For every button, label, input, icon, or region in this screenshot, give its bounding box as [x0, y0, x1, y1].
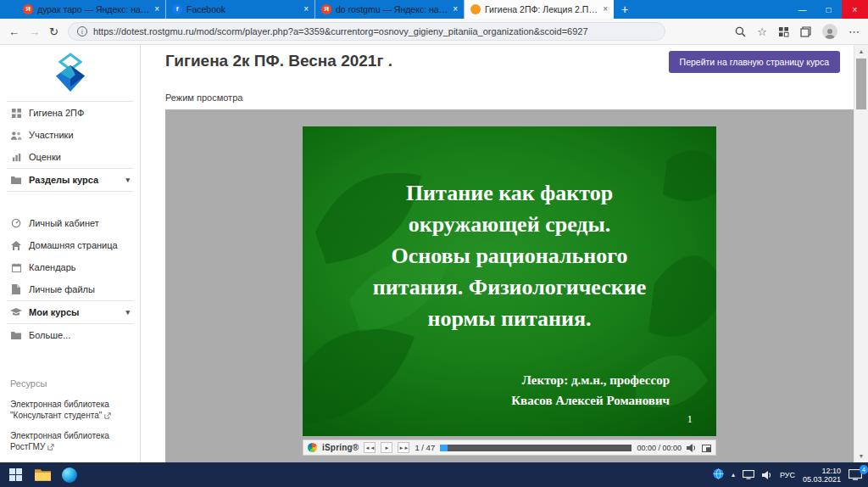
sidebar-item-more[interactable]: Больше... [0, 324, 140, 346]
tray-globe-icon[interactable] [713, 467, 724, 483]
profile-avatar[interactable] [822, 24, 837, 39]
page-scrollbar[interactable]: ▲ ▼ [854, 45, 868, 462]
screen: Я дурак таро — Яндекс: нашлось × f Faceb… [0, 0, 868, 487]
play-button[interactable]: ► [381, 442, 392, 453]
ispring-logo-icon [308, 443, 317, 452]
forward-icon[interactable]: → [29, 26, 40, 37]
taskbar-clock[interactable]: 12:10 05.03.2021 [803, 467, 841, 484]
slide-title-line: Питание как фактор [303, 177, 716, 209]
close-icon[interactable]: × [154, 5, 159, 14]
back-icon[interactable]: ← [8, 26, 19, 37]
slide-title-line: Основы рационального [303, 240, 716, 271]
grades-icon [10, 153, 22, 162]
maximize-button[interactable]: □ [815, 0, 842, 19]
player-controls: iSpring® ◄◄ ► ►► 1 / 47 00:00 / 00:00 [303, 439, 716, 456]
new-tab-button[interactable]: + [614, 0, 636, 19]
graduation-cap-icon [10, 308, 22, 316]
url-field[interactable]: i https://dotest.rostgmu.ru/mod/scorm/pl… [68, 22, 665, 41]
sidebar-item-label: Разделы курса [29, 175, 98, 185]
refresh-icon[interactable]: ↻ [49, 26, 58, 37]
main-area: Гигиена 2к ПФ. Весна 2021г . Перейти на … [141, 45, 854, 462]
hidden-icons-chevron[interactable]: ▴ [732, 471, 735, 479]
sidebar-item-label: Оценки [29, 152, 61, 162]
favorites-star-icon[interactable]: ☆ [757, 26, 767, 37]
action-center-button[interactable]: 4 [849, 469, 862, 480]
close-icon[interactable]: × [303, 5, 309, 14]
seek-bar[interactable] [440, 445, 632, 451]
sidebar-item-participants[interactable]: Участники [0, 124, 140, 146]
tab-yandex-rostgmu[interactable]: Я do rostgmu — Яндекс: нашлось × [315, 0, 465, 19]
tab-title: дурак таро — Яндекс: нашлось [37, 4, 150, 14]
site-info-icon[interactable]: i [77, 26, 87, 36]
resource-link-rostgmu[interactable]: Электронная библиотека РостГМУ [10, 430, 130, 453]
previous-slide-button[interactable]: ◄◄ [364, 442, 376, 453]
sidebar-item-dashboard[interactable]: Личный кабинет [0, 212, 140, 234]
scroll-down-icon[interactable]: ▼ [859, 450, 865, 462]
scroll-up-icon[interactable]: ▲ [859, 45, 865, 58]
browser-address-bar: ← → ↻ i https://dotest.rostgmu.ru/mod/sc… [0, 19, 868, 45]
zoom-icon[interactable] [735, 26, 746, 37]
address-bar-actions: ☆ ⋯ [735, 24, 860, 39]
windows-logo-icon [9, 468, 22, 481]
close-icon[interactable]: × [453, 5, 458, 14]
tab-title: Facebook [186, 4, 299, 14]
tab-gigiena-lecture-active[interactable]: Гигиена 2ПФ: Лекция 2.Питани × [465, 0, 614, 19]
collections-icon[interactable] [800, 26, 811, 37]
close-icon[interactable]: × [603, 5, 608, 14]
chevron-down-icon: ▾ [125, 308, 130, 316]
go-to-course-home-button[interactable]: Перейти на главную страницу курса [669, 51, 840, 73]
slide-title: Питание как фактор окружающей среды. Осн… [303, 177, 716, 334]
presentation-slide: Питание как фактор окружающей среды. Осн… [303, 126, 716, 436]
tab-yandex-tarot[interactable]: Я дурак таро — Яндекс: нашлось × [17, 0, 166, 19]
view-mode-label: Режим просмотра [165, 92, 242, 103]
tab-title: do rostgmu — Яндекс: нашлось [336, 4, 448, 14]
extensions-icon[interactable] [778, 26, 789, 37]
lecturer-line: Квасов Алексей Романович [303, 390, 670, 411]
yandex-favicon-icon: Я [321, 4, 331, 14]
lecturer-line: Лектор: д.м.н., профессор [303, 370, 670, 390]
files-icon [10, 284, 22, 294]
facebook-favicon-icon: f [172, 4, 182, 14]
start-button[interactable] [2, 462, 29, 487]
scrollbar-thumb[interactable] [856, 59, 866, 109]
sidebar-item-label: Домашняя страница [29, 240, 118, 250]
volume-tray-icon[interactable] [762, 467, 772, 483]
sidebar-item-course-home[interactable]: Гигиена 2ПФ [0, 102, 140, 124]
sidebar-item-calendar[interactable]: Календарь [0, 256, 140, 278]
sidebar-item-course-sections[interactable]: Разделы курса ▾ [0, 169, 140, 191]
volume-icon[interactable] [687, 440, 697, 456]
tab-facebook[interactable]: f Facebook × [166, 0, 315, 19]
tab-title: Гигиена 2ПФ: Лекция 2.Питани [485, 4, 598, 14]
minimize-button[interactable]: — [789, 0, 815, 19]
menu-icon[interactable]: ⋯ [849, 26, 860, 37]
window-controls: — □ × [789, 0, 868, 19]
external-link-icon [104, 411, 111, 422]
sidebar-item-my-courses[interactable]: Мои курсы ▾ [0, 301, 140, 323]
site-logo[interactable] [0, 49, 140, 101]
dashboard-icon [10, 218, 22, 228]
sidebar-item-site-home[interactable]: Домашняя страница [0, 234, 140, 256]
sidebar: Гигиена 2ПФ Участники Оценки Разделы кур [0, 45, 141, 462]
slide-counter: 1 / 47 [415, 443, 435, 452]
language-indicator[interactable]: РУС [780, 471, 795, 479]
sidebar-item-private-files[interactable]: Личные файлы [0, 278, 140, 300]
resources-heading: Ресурсы [10, 378, 130, 389]
url-text[interactable]: https://dotest.rostgmu.ru/mod/scorm/play… [93, 26, 588, 36]
clock-date: 05.03.2021 [803, 475, 841, 484]
moodle-favicon-icon [470, 4, 481, 14]
display-tray-icon[interactable] [743, 467, 754, 483]
resource-link-konsultant[interactable]: Электронная библиотека "Консультант студ… [10, 399, 130, 422]
sidebar-item-label: Личные файлы [29, 284, 95, 294]
calendar-icon [10, 263, 22, 272]
sidebar-item-grades[interactable]: Оценки [0, 146, 140, 168]
fullscreen-icon[interactable] [702, 440, 711, 456]
folder-icon [10, 176, 22, 184]
next-slide-button[interactable]: ►► [398, 442, 409, 453]
player-brand: iSpring® [322, 443, 359, 452]
close-window-button[interactable]: × [842, 0, 868, 19]
edge-taskbar-button[interactable] [56, 462, 83, 487]
grid-icon [10, 109, 22, 118]
yandex-favicon-icon: Я [23, 4, 33, 14]
home-icon [10, 241, 22, 250]
file-explorer-button[interactable] [29, 462, 56, 487]
